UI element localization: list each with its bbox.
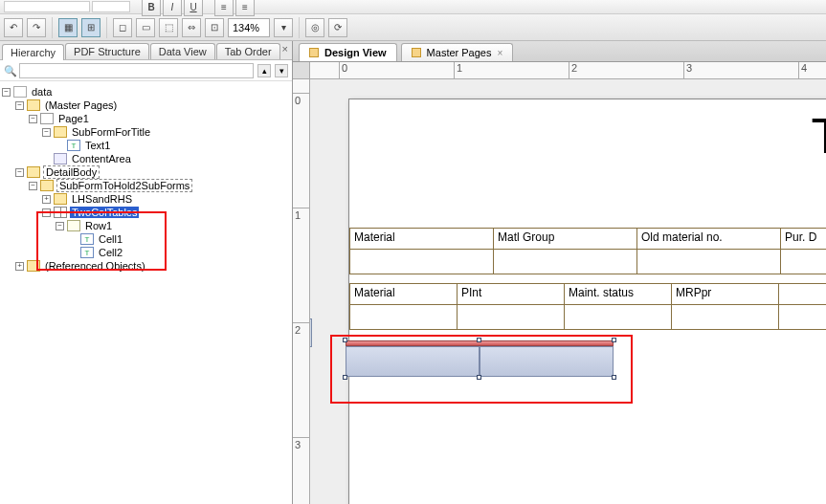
refresh-button[interactable]: ⟳ <box>328 18 347 37</box>
design-canvas[interactable]: Tables Ad Material Matl Group Old materi… <box>310 79 826 504</box>
underline-button[interactable]: U <box>184 0 203 16</box>
table-icon <box>54 207 67 218</box>
tool-button-2[interactable]: ▭ <box>136 18 155 37</box>
folder-icon <box>27 99 40 111</box>
search-prev-button[interactable]: ▴ <box>257 64 271 77</box>
target-button[interactable]: ◎ <box>305 18 324 37</box>
tab-tab-order[interactable]: Tab Order <box>216 43 280 59</box>
tab-design-view[interactable]: Design View <box>299 43 397 61</box>
table-row[interactable] <box>350 305 827 330</box>
table-header-cell[interactable]: Pur. D <box>781 229 827 250</box>
tab-master-pages[interactable]: Master Pages × <box>401 43 514 61</box>
table-cell[interactable] <box>779 305 827 330</box>
table-cell[interactable] <box>350 305 458 330</box>
tree-node-cell1[interactable]: Cell1 <box>2 232 290 246</box>
table-row[interactable]: Material PInt Maint. status MRPpr <box>350 284 827 305</box>
zoom-dropdown[interactable]: ▾ <box>274 18 293 37</box>
table-header-cell[interactable]: Material <box>350 229 494 250</box>
hierarchy-search-row: 🔍 ▴ ▾ <box>0 60 292 81</box>
tree-node-content-area[interactable]: ContentArea <box>2 152 290 165</box>
table-cell[interactable] <box>781 250 827 274</box>
splitter-handle[interactable] <box>310 318 312 347</box>
tool-button-1[interactable]: ◻ <box>113 18 132 37</box>
table-cell[interactable] <box>565 305 672 330</box>
table-cell[interactable] <box>494 250 637 274</box>
data-icon <box>13 86 27 98</box>
table-header-cell[interactable]: PInt <box>458 284 565 305</box>
hierarchy-tree: − data − (Master Pages) − Page1 − SubFor… <box>0 81 292 504</box>
table-cell[interactable] <box>350 250 494 274</box>
expand-icon[interactable]: − <box>15 101 24 110</box>
design-tabs: Design View Master Pages × <box>293 41 826 62</box>
content-area-icon <box>54 153 67 164</box>
table-cell[interactable] <box>672 305 779 330</box>
table-2[interactable]: Material PInt Maint. status MRPpr <box>349 283 826 330</box>
format-toolbar: B I U ≡ ≡ <box>0 0 826 14</box>
tree-node-two-col-tables[interactable]: − TwoColTables <box>2 206 290 219</box>
expand-icon[interactable]: − <box>29 115 37 123</box>
hierarchy-search-input[interactable] <box>19 63 254 78</box>
table-row[interactable] <box>350 250 827 274</box>
fit-width-button[interactable]: ⇔ <box>182 18 201 37</box>
page-icon <box>40 113 54 124</box>
undo-button[interactable]: ↶ <box>4 18 23 37</box>
tool-button-3[interactable]: ⬚ <box>159 18 178 37</box>
tree-node-row1[interactable]: − Row1 <box>2 219 290 232</box>
table-cell[interactable] <box>458 305 565 330</box>
tree-node-master-pages[interactable]: − (Master Pages) <box>2 99 290 112</box>
bold-button[interactable]: B <box>142 0 161 16</box>
font-size-combo[interactable] <box>92 1 130 12</box>
redo-button[interactable]: ↷ <box>27 18 46 37</box>
tree-node-subform-hold[interactable]: − SubFormToHold2SubForms <box>2 179 290 192</box>
table-header-cell[interactable]: MRPpr <box>672 284 779 305</box>
snap-toggle-button[interactable]: ⊞ <box>81 18 100 37</box>
table-header-cell[interactable]: Material <box>350 284 458 305</box>
font-family-combo[interactable] <box>4 1 90 12</box>
table-1[interactable]: Material Matl Group Old material no. Pur… <box>349 228 826 274</box>
align-center-button[interactable]: ≡ <box>235 0 255 16</box>
form-page[interactable]: Tables Ad Material Matl Group Old materi… <box>348 99 826 504</box>
expand-icon[interactable]: − <box>56 222 64 230</box>
search-next-button[interactable]: ▾ <box>275 64 288 77</box>
expand-icon[interactable]: − <box>2 88 11 97</box>
tree-node-text1[interactable]: Text1 <box>2 139 290 152</box>
expand-icon[interactable]: − <box>15 168 24 177</box>
grid-toggle-button[interactable]: ▦ <box>58 18 78 37</box>
align-left-button[interactable]: ≡ <box>214 0 234 16</box>
expand-icon[interactable]: + <box>15 262 24 271</box>
subform-icon <box>54 126 67 138</box>
page-title-text[interactable]: Tables Ad <box>812 107 827 164</box>
expand-icon[interactable]: − <box>42 128 51 137</box>
text-icon <box>67 140 80 151</box>
zoom-value: 134% <box>233 22 259 33</box>
subform-icon <box>40 180 54 191</box>
tree-node-data[interactable]: − data <box>2 85 290 99</box>
tree-node-detail-body[interactable]: − DetailBody <box>2 165 290 179</box>
table-row[interactable]: Material Matl Group Old material no. Pur… <box>350 229 827 250</box>
expand-icon[interactable]: + <box>42 195 51 204</box>
vertical-ruler: 0 1 2 3 <box>293 79 310 504</box>
close-icon[interactable]: × <box>497 48 502 58</box>
tab-hierarchy[interactable]: Hierarchy <box>2 44 64 60</box>
fit-page-button[interactable]: ⊡ <box>205 18 224 37</box>
tree-node-subform-title[interactable]: − SubFormForTitle <box>2 125 290 139</box>
table-cell[interactable] <box>637 250 781 274</box>
tree-node-referenced[interactable]: + (Referenced Objects) <box>2 259 290 273</box>
panel-close-icon[interactable]: × <box>282 43 288 55</box>
tree-node-lhs-rhs[interactable]: + LHSandRHS <box>2 192 290 206</box>
expand-icon[interactable]: − <box>29 182 37 190</box>
tab-pdf-structure[interactable]: PDF Structure <box>65 43 149 59</box>
table-header-cell[interactable]: Maint. status <box>565 284 672 305</box>
tree-node-page1[interactable]: − Page1 <box>2 112 290 125</box>
zoom-combo[interactable]: 134% <box>228 18 270 37</box>
table-header-cell[interactable]: Old material no. <box>637 229 781 250</box>
tab-data-view[interactable]: Data View <box>150 43 215 59</box>
table-header-cell[interactable]: Matl Group <box>494 229 637 250</box>
tree-node-cell2[interactable]: Cell2 <box>2 246 290 259</box>
italic-button[interactable]: I <box>163 0 182 16</box>
left-panel-tabs: Hierarchy PDF Structure Data View Tab Or… <box>0 41 292 60</box>
master-pages-icon <box>412 48 421 57</box>
main-toolbar: ↶ ↷ ▦ ⊞ ◻ ▭ ⬚ ⇔ ⊡ 134% ▾ ◎ ⟳ <box>0 14 826 41</box>
table-header-cell[interactable] <box>779 284 827 305</box>
expand-icon[interactable]: − <box>42 208 51 217</box>
